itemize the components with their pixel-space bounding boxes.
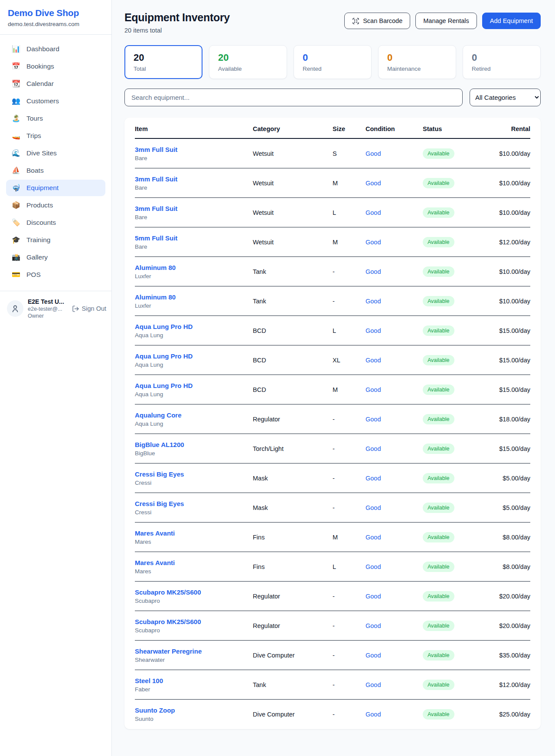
condition-cell: Good (366, 504, 423, 511)
item-name-link[interactable]: Cressi Big Eyes (135, 470, 253, 478)
sidebar-item-calendar[interactable]: 📆Calendar (6, 76, 105, 92)
rental-cell: $8.00/day (479, 534, 530, 541)
stat-card-total[interactable]: 20Total (124, 45, 202, 79)
category-select[interactable]: All Categories (470, 89, 541, 106)
condition-link[interactable]: Good (366, 681, 381, 688)
condition-cell: Good (366, 180, 423, 187)
category-cell: Regulator (253, 593, 333, 600)
rental-cell: $5.00/day (479, 504, 530, 511)
sign-out-button[interactable]: Sign Out (72, 305, 106, 312)
condition-link[interactable]: Good (366, 475, 381, 482)
status-cell: Available (423, 296, 479, 306)
item-name-link[interactable]: Mares Avanti (135, 559, 253, 566)
equipment-table-card: ItemCategorySizeConditionStatusRental 3m… (124, 118, 541, 729)
item-name-link[interactable]: 3mm Full Suit (135, 146, 253, 153)
stat-card-available[interactable]: 20Available (209, 45, 287, 79)
condition-link[interactable]: Good (366, 534, 381, 541)
stat-card-maintenance[interactable]: 0Maintenance (378, 45, 456, 79)
item-name-link[interactable]: 3mm Full Suit (135, 205, 253, 212)
status-badge: Available (423, 325, 454, 336)
sidebar-item-trips[interactable]: 🚤Trips (6, 128, 105, 144)
status-cell: Available (423, 444, 479, 454)
sidebar-item-customers[interactable]: 👥Customers (6, 93, 105, 109)
item-cell: Aqua Lung Pro HDAqua Lung (135, 323, 253, 339)
rental-cell: $12.00/day (479, 239, 530, 246)
item-name-link[interactable]: Mares Avanti (135, 529, 253, 537)
size-cell: M (333, 534, 366, 541)
sidebar-item-training[interactable]: 🎓Training (6, 232, 105, 248)
item-name-link[interactable]: 3mm Full Suit (135, 175, 253, 183)
column-header-item: Item (135, 125, 253, 132)
page-header-text: Equipment Inventory 20 items total (124, 11, 230, 34)
item-name-link[interactable]: 5mm Full Suit (135, 234, 253, 242)
stat-card-retired[interactable]: 0Retired (463, 45, 541, 79)
condition-link[interactable]: Good (366, 711, 381, 718)
sidebar-item-tours[interactable]: 🏝️Tours (6, 110, 105, 127)
condition-link[interactable]: Good (366, 180, 381, 187)
condition-link[interactable]: Good (366, 504, 381, 511)
item-name-link[interactable]: Aluminum 80 (135, 293, 253, 301)
item-brand: Bare (135, 184, 253, 191)
stat-card-rented[interactable]: 0Rented (294, 45, 372, 79)
condition-link[interactable]: Good (366, 563, 381, 570)
sidebar-item-products[interactable]: 📦Products (6, 197, 105, 214)
table-row: Mares AvantiMaresFinsMGoodAvailable$8.00… (135, 523, 530, 552)
item-name-link[interactable]: Cressi Big Eyes (135, 500, 253, 507)
size-cell: M (333, 180, 366, 187)
item-name-link[interactable]: Aqua Lung Pro HD (135, 382, 253, 389)
sidebar-item-bookings[interactable]: 📅Bookings (6, 58, 105, 75)
manage-rentals-button[interactable]: Manage Rentals (415, 13, 477, 29)
rental-cell: $8.00/day (479, 563, 530, 570)
item-name-link[interactable]: Scubapro MK25/S600 (135, 618, 253, 625)
condition-link[interactable]: Good (366, 150, 381, 157)
condition-link[interactable]: Good (366, 652, 381, 659)
condition-link[interactable]: Good (366, 209, 381, 216)
sidebar-item-equipment[interactable]: 🤿Equipment (6, 180, 105, 196)
sidebar-item-gallery[interactable]: 📸Gallery (6, 249, 105, 266)
item-name-link[interactable]: Scubapro MK25/S600 (135, 588, 253, 596)
item-name-link[interactable]: Steel 100 (135, 677, 253, 684)
sidebar-item-dive-sites[interactable]: 🌊Dive Sites (6, 145, 105, 161)
item-name-link[interactable]: Suunto Zoop (135, 707, 253, 714)
item-name-link[interactable]: BigBlue AL1200 (135, 441, 253, 448)
condition-link[interactable]: Good (366, 622, 381, 629)
item-cell: Steel 100Faber (135, 677, 253, 693)
item-name-link[interactable]: Shearwater Peregrine (135, 648, 253, 655)
item-name-link[interactable]: Aqua Lung Pro HD (135, 323, 253, 330)
calendar-icon: 📅 (11, 63, 21, 70)
condition-link[interactable]: Good (366, 416, 381, 423)
status-cell: Available (423, 237, 479, 247)
item-cell: 3mm Full SuitBare (135, 205, 253, 220)
add-equipment-button[interactable]: Add Equipment (482, 13, 541, 29)
size-cell: M (333, 386, 366, 393)
status-cell: Available (423, 680, 479, 690)
search-input[interactable] (124, 89, 463, 106)
condition-link[interactable]: Good (366, 268, 381, 275)
page-title: Equipment Inventory (124, 11, 230, 24)
condition-cell: Good (366, 622, 423, 629)
condition-link[interactable]: Good (366, 298, 381, 305)
scan-barcode-button[interactable]: Scan Barcode (344, 13, 410, 29)
item-cell: Aluminum 80Luxfer (135, 293, 253, 309)
status-badge: Available (423, 680, 454, 690)
condition-link[interactable]: Good (366, 357, 381, 364)
item-name-link[interactable]: Aqua Lung Pro HD (135, 352, 253, 360)
item-name-link[interactable]: Aluminum 80 (135, 264, 253, 271)
brand-title[interactable]: Demo Dive Shop (8, 8, 104, 18)
category-cell: Torch/Light (253, 445, 333, 452)
condition-link[interactable]: Good (366, 386, 381, 393)
item-name-link[interactable]: Aqualung Core (135, 411, 253, 419)
sidebar-item-discounts[interactable]: 🏷️Discounts (6, 214, 105, 231)
rental-cell: $25.00/day (479, 711, 530, 718)
sidebar-item-pos[interactable]: 💳POS (6, 266, 105, 283)
status-cell: Available (423, 562, 479, 572)
condition-link[interactable]: Good (366, 593, 381, 600)
sidebar-item-dashboard[interactable]: 📊Dashboard (6, 41, 105, 57)
condition-link[interactable]: Good (366, 445, 381, 452)
stat-label: Total (134, 66, 193, 72)
condition-link[interactable]: Good (366, 327, 381, 334)
sidebar-item-boats[interactable]: ⛵Boats (6, 162, 105, 179)
size-cell: S (333, 150, 366, 157)
condition-link[interactable]: Good (366, 239, 381, 246)
table-row: 5mm Full SuitBareWetsuitMGoodAvailable$1… (135, 227, 530, 257)
